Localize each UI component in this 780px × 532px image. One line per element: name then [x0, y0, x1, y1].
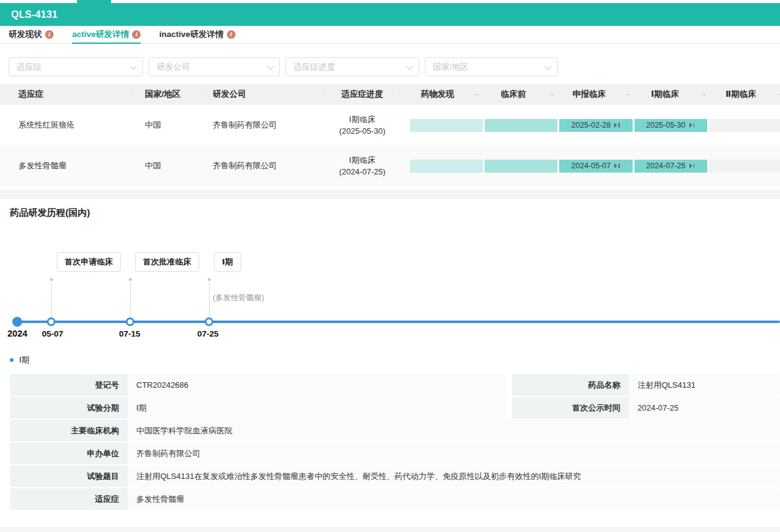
tab-inactive-rd-detail[interactable]: inactive研发详情 — [159, 26, 235, 43]
chevron-down-icon — [130, 62, 137, 69]
stage-bar-phase1[interactable]: 2024-07-25 — [634, 160, 707, 173]
bullet-icon — [10, 358, 14, 362]
col-header-drug-discovery: 药物发现→ — [400, 89, 475, 100]
table-row: 系统性红斑狼疮 中国 齐鲁制药有限公司 Ⅰ期临床 (2025-05-30) 20… — [0, 105, 780, 145]
col-header-phase2: Ⅱ期临床→ — [703, 89, 779, 100]
timeline-event-note: (多发性骨髓瘤) — [213, 293, 264, 303]
timeline-event-label: Ⅰ期 — [214, 252, 241, 272]
info-icon[interactable] — [132, 30, 141, 39]
stage-bar-drug-discovery — [410, 160, 483, 173]
stem-line — [130, 283, 131, 321]
detail-row-drug-name: 药品名称 注射用QLS4131 — [512, 374, 780, 396]
timeline-year-label: 2024 — [7, 329, 27, 338]
timeline-event-dot — [126, 317, 134, 326]
stage-arrow-icon: → — [775, 89, 780, 98]
stem-line — [209, 283, 210, 321]
drug-header-bar: QLS-4131 — [0, 3, 780, 26]
pipeline-table: 适应症 国家/地区 研发公司 适应症进度 药物发现→ 临床前→ 申报临床→ Ⅰ期… — [0, 84, 780, 186]
step-forward-icon — [614, 163, 620, 169]
phase-bullet-row: Ⅰ期 — [10, 354, 780, 366]
section-title: 药品研发历程(国内) — [0, 199, 780, 219]
stage-bars: 2025-02-28 2025-05-30 — [400, 119, 780, 132]
country-filter-select[interactable]: 国家/地区 — [425, 57, 558, 76]
stage-bar-preclinical — [485, 119, 557, 132]
chevron-down-icon — [545, 62, 552, 69]
step-forward-icon — [614, 122, 620, 128]
col-header-preclinical: 临床前→ — [475, 89, 551, 100]
timeline-event-label: 首次申请临床 — [57, 252, 121, 272]
stem-dot — [208, 278, 211, 281]
step-forward-icon — [689, 122, 696, 128]
page-title: QLS-4131 — [11, 9, 57, 20]
stem-dot — [50, 278, 53, 281]
rd-history-section: 药品研发历程(国内) 2024 首次申请临床 05-07 首次批准临床 07-1… — [0, 199, 780, 510]
section-gap — [0, 191, 780, 199]
col-header-phase1: Ⅰ期临床→ — [627, 89, 703, 100]
stage-bars: 2024-05-07 2024-07-25 — [400, 160, 780, 173]
indication-filter-select[interactable]: 适应症 — [9, 57, 143, 76]
chevron-down-icon — [267, 62, 274, 69]
table-row: 多发性骨髓瘤 中国 齐鲁制药有限公司 Ⅰ期临床 (2024-07-25) 202… — [0, 145, 780, 186]
stage-bar-phase2 — [709, 119, 780, 132]
timeline-event-date: 07-15 — [119, 329, 141, 338]
phase-bullet-label: Ⅰ期 — [19, 354, 30, 366]
section-divider — [0, 186, 780, 191]
tab-bar: 研发现状 active研发详情 inactive研发详情 — [0, 26, 780, 44]
tab-rd-status[interactable]: 研发现状 — [9, 26, 54, 43]
col-header-company: 研发公司 — [202, 89, 325, 100]
stage-bar-preclinical — [485, 160, 557, 173]
col-header-indication: 适应症 — [0, 89, 133, 100]
stage-bar-phase1[interactable]: 2025-05-30 — [634, 119, 707, 132]
stem-dot — [129, 278, 132, 281]
cell-indication: 系统性红斑狼疮 — [0, 120, 133, 131]
stem-line — [51, 283, 52, 321]
detail-row-trial-title: 试验题目 注射用QLS4131在复发或难治性多发性骨髓瘤患者中的安全性、耐受性、… — [10, 465, 780, 487]
stage-bar-phase2 — [709, 160, 780, 173]
pipeline-table-header: 适应症 国家/地区 研发公司 适应症进度 药物发现→ 临床前→ 申报临床→ Ⅰ期… — [0, 84, 780, 105]
filter-row: 适应症 研发公司 适应症进度 国家/地区 — [0, 44, 780, 84]
timeline-start-dot — [12, 317, 22, 327]
col-header-ind-filing: 申报临床→ — [551, 89, 627, 100]
timeline-event-label: 首次批准临床 — [135, 252, 199, 272]
cell-company: 齐鲁制药有限公司 — [202, 160, 325, 171]
step-forward-icon — [689, 163, 696, 169]
detail-row-main-institution: 主要临床机构 中国医学科学院血液病医院 — [10, 420, 780, 441]
detail-row-sponsor: 申办单位 齐鲁制药有限公司 — [10, 443, 780, 464]
trial-detail-table: 登记号 CTR20242686 药品名称 注射用QLS4131 试验分期 Ⅰ期 … — [10, 374, 780, 510]
browser-tab-notch — [77, 0, 111, 4]
stage-bar-ind-filing[interactable]: 2025-02-28 — [559, 119, 632, 132]
cell-progress: Ⅰ期临床 (2025-05-30) — [325, 113, 400, 137]
col-header-progress: 适应症进度 — [325, 89, 400, 100]
detail-row-first-publicity-date: 首次公示时间 2024-07-25 — [512, 397, 780, 419]
detail-row-registration-no: 登记号 CTR20242686 — [10, 374, 507, 396]
company-filter-select[interactable]: 研发公司 — [149, 57, 280, 76]
timeline-event-dot — [47, 317, 55, 326]
rd-timeline: 2024 首次申请临床 05-07 首次批准临床 07-15 Ⅰ期 (多发性骨髓… — [0, 224, 780, 353]
timeline-event-date: 07-25 — [197, 329, 219, 338]
timeline-event-date: 05-07 — [42, 329, 64, 338]
detail-row-trial-phase: 试验分期 Ⅰ期 — [10, 397, 507, 419]
info-icon[interactable] — [227, 30, 236, 39]
timeline-event-dot — [205, 317, 213, 326]
stage-bar-drug-discovery — [410, 119, 483, 132]
cell-country: 中国 — [133, 120, 202, 131]
info-icon[interactable] — [45, 30, 54, 39]
stage-header-group: 药物发现→ 临床前→ 申报临床→ Ⅰ期临床→ Ⅱ期临床→ — [400, 89, 780, 100]
progress-filter-select[interactable]: 适应症进度 — [285, 57, 419, 76]
stage-bar-ind-filing[interactable]: 2024-05-07 — [559, 160, 632, 173]
cell-progress: Ⅰ期临床 (2024-07-25) — [325, 154, 400, 178]
detail-row-indication: 适应症 多发性骨髓瘤 — [10, 488, 780, 510]
col-header-country: 国家/地区 — [133, 89, 202, 100]
next-section-edge — [0, 527, 780, 532]
chevron-down-icon — [406, 62, 413, 69]
cell-country: 中国 — [133, 160, 202, 171]
cell-company: 齐鲁制药有限公司 — [202, 120, 325, 131]
tab-active-rd-detail[interactable]: active研发详情 — [72, 26, 141, 43]
cell-indication: 多发性骨髓瘤 — [0, 160, 133, 171]
